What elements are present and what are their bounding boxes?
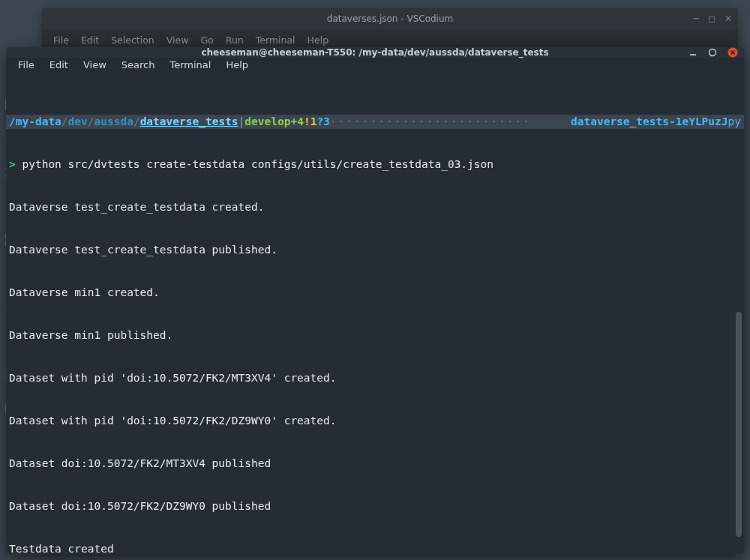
menu-terminal[interactable]: Terminal: [252, 33, 299, 47]
menu-help[interactable]: Help: [304, 33, 333, 47]
scrollbar[interactable]: [735, 72, 742, 554]
output-line: Dataverse test_create_testdata created.: [6, 200, 744, 214]
vscodium-titlebar: dataverses.json - VSCodium ─ ◻ ✕: [42, 8, 738, 29]
close-icon[interactable]: [728, 47, 738, 58]
svg-point-12: [710, 49, 716, 56]
prompt-line: /my-data/dev/aussda/dataverse_tests | de…: [6, 115, 744, 129]
menu-help[interactable]: Help: [220, 58, 254, 72]
terminal-window-controls: [688, 47, 738, 58]
menu-selection[interactable]: Selection: [107, 33, 158, 47]
terminal-titlebar: cheeseman@cheeseman-T550: /my-data/dev/a…: [6, 47, 744, 58]
output-line: Testdata created: [6, 542, 744, 554]
menu-view[interactable]: View: [163, 33, 193, 47]
menu-file[interactable]: File: [12, 58, 40, 72]
vscodium-window-controls: ─ ◻ ✕: [694, 13, 732, 24]
output-line: Dataverse test_create_testdata published…: [6, 243, 744, 257]
minimize-icon[interactable]: [688, 48, 698, 57]
path-root: /my-data: [9, 115, 62, 129]
terminal-window: cheeseman@cheeseman-T550: /my-data/dev/a…: [6, 47, 744, 554]
maximize-icon[interactable]: [708, 48, 717, 57]
menu-run[interactable]: Run: [222, 33, 248, 47]
menu-file[interactable]: File: [50, 33, 73, 47]
output-line: Dataset doi:10.5072/FK2/MT3XV4 published: [6, 457, 744, 471]
output-line: Dataverse min1 published.: [6, 328, 744, 343]
close-icon[interactable]: ✕: [724, 13, 732, 24]
menu-go[interactable]: Go: [196, 33, 217, 47]
vscodium-title: dataverses.json - VSCodium: [327, 13, 453, 24]
menu-edit[interactable]: Edit: [44, 58, 74, 72]
menu-view[interactable]: View: [77, 58, 112, 72]
minimize-icon[interactable]: ─: [694, 13, 699, 24]
scrollbar-thumb[interactable]: [736, 312, 742, 537]
output-line: Dataset with pid 'doi:10.5072/FK2/MT3XV4…: [6, 371, 744, 385]
output-line: Dataset doi:10.5072/FK2/DZ9WY0 published: [6, 499, 744, 514]
menu-terminal[interactable]: Terminal: [164, 58, 217, 72]
terminal-body[interactable]: /my-data/dev/aussda/dataverse_tests | de…: [6, 72, 744, 554]
menu-edit[interactable]: Edit: [77, 33, 103, 47]
terminal-menubar: File Edit View Search Terminal Help: [6, 58, 744, 72]
menu-search[interactable]: Search: [116, 58, 161, 72]
maximize-icon[interactable]: ◻: [708, 13, 716, 24]
command-line: > python src/dvtests create-testdata con…: [6, 157, 744, 172]
output-line: Dataverse min1 created.: [6, 286, 744, 300]
output-line: Dataset with pid 'doi:10.5072/FK2/DZ9WY0…: [6, 414, 744, 428]
terminal-title: cheeseman@cheeseman-T550: /my-data/dev/a…: [201, 47, 548, 58]
